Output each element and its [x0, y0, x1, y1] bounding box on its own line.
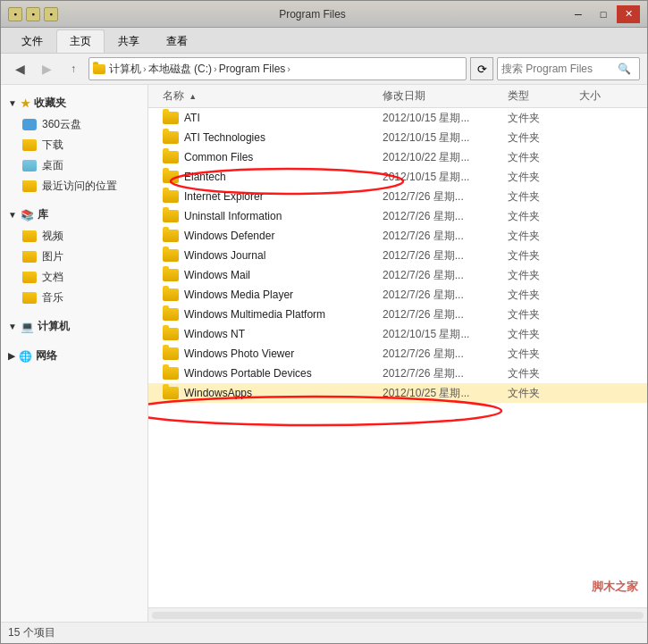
desktop-icon	[22, 160, 37, 172]
window: ▪ ▪ ▪ Program Files ─ □ ✕ 文件 主页 共享 查看 ◀ …	[0, 0, 648, 644]
search-input[interactable]	[501, 63, 618, 75]
file-name: Windows Mail	[184, 269, 383, 281]
table-row[interactable]: Windows Mail2012/7/26 星期...文件夹	[148, 265, 647, 285]
table-row[interactable]: Windows Defender2012/7/26 星期...文件夹	[148, 226, 647, 246]
file-type: 文件夹	[508, 327, 579, 342]
file-name: Common Files	[184, 151, 383, 163]
col-header-type[interactable]: 类型	[508, 87, 579, 105]
favorites-label: 收藏夹	[34, 96, 66, 111]
file-type: 文件夹	[508, 268, 579, 283]
tb-icon-2: ▪	[26, 7, 40, 21]
sidebar-label-download: 下载	[42, 138, 63, 153]
search-box[interactable]: 🔍	[497, 57, 640, 80]
title-bar-controls: ─ □ ✕	[567, 5, 640, 23]
col-header-date[interactable]: 修改日期	[383, 87, 508, 105]
sidebar: ▼ ★ 收藏夹 360云盘 下载 桌面	[1, 85, 148, 622]
file-type: 文件夹	[508, 170, 579, 185]
search-icon: 🔍	[618, 63, 631, 75]
file-date: 2012/7/26 星期...	[383, 248, 508, 263]
back-button[interactable]: ◀	[8, 58, 31, 79]
library-icon: 📚	[21, 209, 34, 222]
sidebar-item-docs[interactable]: 文档	[1, 267, 147, 288]
sidebar-section-network[interactable]: ▶ 🌐 网络	[1, 345, 147, 367]
tab-share[interactable]: 共享	[105, 29, 153, 53]
minimize-button[interactable]: ─	[567, 5, 590, 23]
table-row[interactable]: Windows Journal2012/7/26 星期...文件夹	[148, 246, 647, 265]
sidebar-section-favorites[interactable]: ▼ ★ 收藏夹	[1, 92, 147, 114]
network-icon: 🌐	[19, 350, 32, 363]
table-row[interactable]: ATI2012/10/15 星期...文件夹	[148, 108, 647, 128]
sidebar-item-video[interactable]: 视频	[1, 226, 147, 247]
column-headers: 名称 ▲ 修改日期 类型 大小	[148, 85, 647, 108]
sidebar-item-cloud[interactable]: 360云盘	[1, 114, 147, 135]
file-name: Uninstall Information	[184, 210, 383, 222]
file-name: Elantech	[184, 171, 383, 183]
col-header-size[interactable]: 大小	[579, 87, 633, 105]
content-wrapper: 名称 ▲ 修改日期 类型 大小 ATI2012/10/15 星期...文件夹AT…	[148, 85, 647, 622]
file-type: 文件夹	[508, 347, 579, 362]
sidebar-section-library[interactable]: ▼ 📚 库	[1, 204, 147, 226]
tab-view[interactable]: 查看	[153, 29, 201, 53]
tab-file[interactable]: 文件	[8, 29, 56, 53]
maximize-button[interactable]: □	[592, 5, 615, 23]
table-row[interactable]: Windows Multimedia Platform2012/7/26 星期.…	[148, 305, 647, 324]
file-list: ATI2012/10/15 星期...文件夹ATI Technologies20…	[148, 108, 647, 607]
sidebar-section-computer[interactable]: ▼ 💻 计算机	[1, 315, 147, 338]
file-name: Windows Photo Viewer	[184, 347, 383, 360]
file-date: 2012/7/26 星期...	[383, 307, 508, 322]
sidebar-item-recent[interactable]: 最近访问的位置	[1, 176, 147, 197]
file-date: 2012/7/26 星期...	[383, 209, 508, 224]
window-title: Program Files	[58, 8, 567, 21]
file-date: 2012/7/26 星期...	[383, 347, 508, 362]
address-bar[interactable]: 计算机 › 本地磁盘 (C:) › Program Files ›	[88, 57, 467, 80]
sidebar-item-music[interactable]: 音乐	[1, 288, 147, 308]
library-label: 库	[38, 207, 48, 222]
scroll-track	[152, 612, 644, 619]
table-row[interactable]: WindowsApps2012/10/25 星期...文件夹	[148, 383, 647, 403]
table-row[interactable]: Common Files2012/10/22 星期...文件夹	[148, 147, 647, 167]
sidebar-label-cloud: 360云盘	[42, 117, 81, 132]
table-row[interactable]: Windows NT2012/10/15 星期...文件夹	[148, 324, 647, 344]
docs-icon	[22, 272, 37, 284]
sidebar-item-desktop[interactable]: 桌面	[1, 155, 147, 176]
address-folder[interactable]: Program Files	[219, 63, 286, 75]
table-row[interactable]: Uninstall Information2012/7/26 星期...文件夹	[148, 206, 647, 226]
address-sep-2: ›	[214, 63, 217, 74]
table-row[interactable]: Elantech2012/10/15 星期...文件夹	[148, 167, 647, 187]
folder-icon	[163, 367, 179, 381]
file-name: WindowsApps	[184, 387, 383, 399]
content-area: 名称 ▲ 修改日期 类型 大小 ATI2012/10/15 星期...文件夹AT…	[148, 85, 647, 622]
file-type: 文件夹	[508, 229, 579, 244]
folder-icon	[163, 249, 179, 263]
table-row[interactable]: ATI Technologies2012/10/15 星期...文件夹	[148, 128, 647, 147]
folder-icon	[163, 210, 179, 223]
folder-icon	[163, 308, 179, 322]
sidebar-item-download[interactable]: 下载	[1, 135, 147, 155]
title-bar-icons: ▪ ▪ ▪	[8, 7, 58, 21]
address-sep-1: ›	[143, 63, 147, 74]
sidebar-item-photo[interactable]: 图片	[1, 247, 147, 267]
file-date: 2012/7/26 星期...	[383, 288, 508, 303]
table-row[interactable]: Windows Media Player2012/7/26 星期...文件夹	[148, 285, 647, 305]
tb-icon-1: ▪	[8, 7, 22, 21]
table-row[interactable]: Internet Explorer2012/7/26 星期...文件夹	[148, 187, 647, 206]
sidebar-label-music: 音乐	[42, 290, 63, 305]
table-row[interactable]: Windows Photo Viewer2012/7/26 星期...文件夹	[148, 344, 647, 364]
file-type: 文件夹	[508, 248, 579, 263]
computer-label: 计算机	[38, 319, 70, 334]
table-row[interactable]: Windows Portable Devices2012/7/26 星期...文…	[148, 364, 647, 383]
close-button[interactable]: ✕	[617, 5, 640, 23]
refresh-button[interactable]: ⟳	[470, 57, 493, 80]
up-button[interactable]: ↑	[62, 58, 85, 79]
file-name: Windows Journal	[184, 249, 383, 262]
file-name: Windows Defender	[184, 230, 383, 242]
col-header-name[interactable]: 名称 ▲	[163, 87, 383, 105]
cloud-icon	[22, 119, 37, 131]
address-computer[interactable]: 计算机	[109, 62, 141, 77]
sidebar-label-desktop: 桌面	[42, 158, 63, 173]
address-drive[interactable]: 本地磁盘 (C:)	[148, 62, 212, 77]
tab-home[interactable]: 主页	[56, 29, 105, 53]
file-date: 2012/7/26 星期...	[383, 366, 508, 381]
horizontal-scrollbar[interactable]	[148, 607, 647, 622]
forward-button[interactable]: ▶	[35, 58, 58, 79]
